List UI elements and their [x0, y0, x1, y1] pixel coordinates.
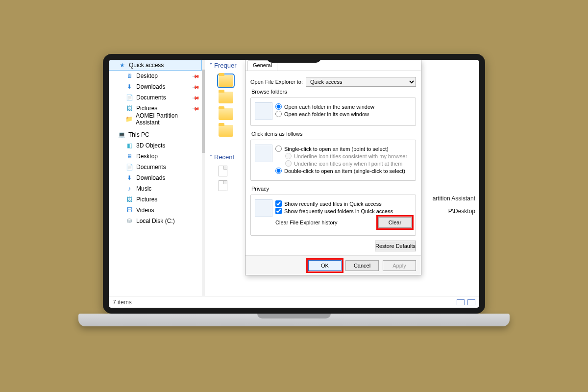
click-icon [255, 145, 272, 162]
picture-icon: 🖼 [125, 104, 133, 112]
sidebar-label: Documents [136, 94, 166, 101]
pc-icon: 💻 [118, 131, 125, 139]
sidebar-item-desktop[interactable]: 🖥 Desktop 📌 [109, 71, 202, 81]
sidebar-item-downloads2[interactable]: ⬇ Downloads [109, 172, 202, 183]
folder-item[interactable] [219, 92, 233, 103]
radio-underline-point: Underline icon titles only when I point … [275, 160, 412, 167]
browse-group-label: Browse folders [250, 89, 416, 95]
radio-same-window[interactable]: Open each folder in the same window [275, 103, 412, 110]
radio-input [285, 153, 292, 159]
chevron-down-icon: ˅ [210, 154, 212, 160]
folder-options-dialog: General Open File Explorer to: Quick acc… [245, 60, 421, 275]
open-explorer-select[interactable]: Quick access [306, 77, 416, 87]
ok-button[interactable]: OK [308, 260, 342, 271]
laptop-base [78, 314, 510, 326]
disk-icon: ⛁ [125, 217, 133, 225]
radio-label: Open each folder in its own window [284, 111, 369, 117]
radio-input[interactable] [275, 146, 282, 152]
download-icon: ⬇ [125, 83, 133, 91]
download-icon: ⬇ [125, 174, 133, 182]
open-explorer-label: Open File Explorer to: [250, 79, 303, 85]
sidebar-quick-access[interactable]: ★ Quick access [109, 60, 202, 71]
privacy-group-label: Privacy [250, 186, 416, 192]
radio-input [285, 160, 292, 167]
sidebar-scrollbar[interactable] [202, 60, 205, 296]
pin-icon: 📌 [192, 83, 200, 91]
cancel-button[interactable]: Cancel [345, 260, 379, 271]
document-icon: 📄 [125, 163, 133, 171]
radio-label: Single-click to open an item (point to s… [284, 146, 389, 152]
sidebar-label: Downloads [136, 83, 165, 90]
restore-defaults-button[interactable]: Restore Defaults [375, 241, 416, 251]
folder-item[interactable] [219, 75, 233, 87]
laptop-screen: ★ Quick access 🖥 Desktop 📌 ⬇ Downloads 📌… [103, 54, 485, 314]
path-fragment: P\Desktop [448, 208, 475, 215]
sidebar-item-downloads[interactable]: ⬇ Downloads 📌 [109, 81, 202, 92]
scroll-thumb[interactable] [202, 70, 205, 153]
radio-underline-browser: Underline icon titles consistent with my… [275, 153, 412, 159]
radio-label: Underline icon titles only when I point … [294, 161, 402, 167]
section-label: Recent [214, 153, 234, 161]
sidebar-label: Local Disk (C:) [136, 218, 175, 224]
sidebar-label: Videos [136, 207, 154, 214]
sidebar-item-documents[interactable]: 📄 Documents 📌 [109, 92, 202, 103]
view-mode-switcher[interactable] [457, 299, 475, 305]
checkbox-input[interactable] [275, 208, 282, 214]
file-item[interactable] [219, 166, 227, 176]
browse-icon [255, 102, 272, 120]
apply-button[interactable]: Apply [383, 260, 416, 271]
radio-input[interactable] [275, 111, 282, 117]
sidebar-item-music[interactable]: ♪ Music [109, 183, 202, 194]
radio-label: Double-click to open an item (single-cli… [284, 168, 405, 174]
document-icon: 📄 [125, 94, 133, 101]
icons-view-icon[interactable] [467, 299, 475, 305]
checkbox-label: Show frequently used folders in Quick ac… [284, 208, 393, 214]
folder-icon: 📁 [125, 115, 133, 123]
chevron-down-icon: ˅ [210, 63, 212, 68]
sidebar-label: Quick access [129, 62, 164, 69]
check-recent-files[interactable]: Show recently used files in Quick access [275, 200, 412, 207]
checkbox-input[interactable] [275, 200, 282, 207]
sidebar-label: Documents [136, 164, 166, 171]
sidebar-label: Downloads [136, 174, 165, 181]
status-text: 7 items [113, 299, 132, 306]
privacy-group: Show recently used files in Quick access… [250, 195, 416, 236]
section-label: Frequer [214, 62, 237, 69]
sidebar-label: Pictures [136, 105, 157, 112]
picture-icon: 🖼 [125, 196, 133, 203]
sidebar-item-pictures2[interactable]: 🖼 Pictures [109, 194, 202, 205]
radio-label: Open each folder in the same window [284, 104, 374, 110]
sidebar-item-documents2[interactable]: 📄 Documents [109, 162, 202, 172]
pin-icon: 📌 [192, 94, 200, 101]
sidebar-label: AOMEI Partition Assistant [136, 112, 199, 126]
clear-button[interactable]: Clear [378, 217, 412, 228]
sidebar-this-pc[interactable]: 💻 This PC [109, 129, 202, 140]
radio-double-click[interactable]: Double-click to open an item (single-cli… [275, 168, 412, 174]
video-icon: 🎞 [125, 206, 133, 214]
pin-icon: 📌 [192, 104, 200, 112]
radio-input[interactable] [275, 168, 282, 174]
cube-icon: ◧ [125, 142, 133, 149]
privacy-icon [255, 199, 272, 217]
monitor-icon: 🖥 [125, 152, 133, 160]
folder-item[interactable] [219, 108, 233, 120]
sidebar-item-aomei[interactable]: 📁 AOMEI Partition Assistant [109, 114, 202, 124]
sidebar-label: 3D Objects [136, 142, 165, 149]
pin-icon: 📌 [192, 72, 200, 80]
click-items-group: Single-click to open an item (point to s… [250, 140, 416, 181]
sidebar-label: Music [136, 185, 151, 192]
laptop-notch [267, 54, 321, 63]
file-item[interactable] [219, 180, 227, 191]
sidebar-item-videos[interactable]: 🎞 Videos [109, 205, 202, 216]
sidebar-item-desktop2[interactable]: 🖥 Desktop [109, 151, 202, 162]
radio-input[interactable] [275, 103, 282, 110]
file-explorer-window: ★ Quick access 🖥 Desktop 📌 ⬇ Downloads 📌… [109, 60, 479, 308]
radio-single-click[interactable]: Single-click to open an item (point to s… [275, 146, 412, 152]
sidebar-item-3d[interactable]: ◧ 3D Objects [109, 140, 202, 151]
sidebar-item-localdisk[interactable]: ⛁ Local Disk (C:) [109, 216, 202, 226]
details-view-icon[interactable] [457, 299, 465, 305]
folder-item[interactable] [219, 125, 233, 137]
radio-own-window[interactable]: Open each folder in its own window [275, 111, 412, 117]
clear-history-label: Clear File Explorer history [275, 220, 338, 225]
check-frequent-folders[interactable]: Show frequently used folders in Quick ac… [275, 208, 412, 214]
